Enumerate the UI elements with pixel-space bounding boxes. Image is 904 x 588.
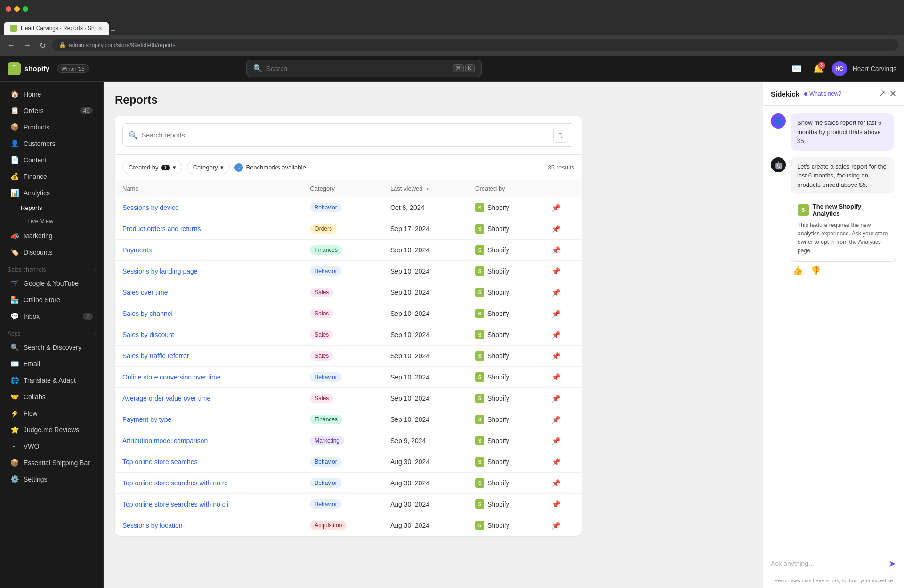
reports-search-input[interactable] (142, 131, 549, 139)
sidebar-item-email[interactable]: ✉️ Email (3, 356, 100, 372)
pin-icon[interactable]: 📌 (551, 331, 561, 339)
report-name[interactable]: Average order value over time (115, 388, 302, 409)
sidebar-item-flow[interactable]: ⚡ Flow (3, 405, 100, 421)
pin-icon[interactable]: 📌 (551, 458, 561, 466)
report-pin[interactable]: 📌 (544, 451, 582, 473)
benchmark-toggle[interactable]: ≈ Benchmarks available (234, 163, 306, 172)
sidebar-item-inbox[interactable]: 💬 Inbox 2 (3, 308, 100, 324)
category-filter[interactable]: Category ▾ (187, 161, 230, 174)
pin-icon[interactable]: 📌 (551, 437, 561, 445)
report-name[interactable]: Sales by channel (115, 303, 302, 324)
report-name[interactable]: Attribution model comparison (115, 430, 302, 451)
minimize-dot[interactable] (14, 6, 20, 12)
global-search-input[interactable] (266, 65, 450, 72)
report-pin[interactable]: 📌 (544, 282, 582, 303)
sidebar-item-marketing[interactable]: 📣 Marketing (3, 228, 100, 244)
report-pin[interactable]: 📌 (544, 473, 582, 494)
report-pin[interactable]: 📌 (544, 388, 582, 409)
report-name[interactable]: Payments (115, 240, 302, 261)
sidebar-item-content[interactable]: 📄 Content (3, 152, 100, 168)
new-tab-button[interactable]: + (111, 26, 116, 35)
table-row[interactable]: Sales by traffic referrer Sales Sep 10, … (115, 346, 582, 367)
sidebar-item-judgeme[interactable]: ⭐ Judge.me Reviews (3, 422, 100, 438)
sidebar-item-products[interactable]: 📦 Products (3, 119, 100, 135)
report-name[interactable]: Top online store searches (115, 451, 302, 473)
sidekick-share-button[interactable]: ⤢ (879, 89, 886, 99)
maximize-dot[interactable] (23, 6, 28, 12)
report-name[interactable]: Sessions by device (115, 197, 302, 218)
pin-icon[interactable]: 📌 (551, 246, 561, 254)
email-button[interactable]: ✉️ (789, 61, 805, 77)
report-name[interactable]: Product orders and returns (115, 218, 302, 240)
whats-new-link[interactable]: What's new? (804, 90, 841, 97)
sidebar-item-live-view[interactable]: Live View (3, 215, 100, 227)
report-pin[interactable]: 📌 (544, 346, 582, 367)
report-name[interactable]: Sales over time (115, 282, 302, 303)
pin-icon[interactable]: 📌 (551, 373, 561, 381)
report-name[interactable]: Sessions by landing page (115, 261, 302, 282)
last-viewed-sort-icon[interactable]: ▼ (425, 186, 430, 192)
report-pin[interactable]: 📌 (544, 409, 582, 430)
table-row[interactable]: Payment by type Finances Sep 10, 2024 S … (115, 409, 582, 430)
table-row[interactable]: Online store conversion over time Behavi… (115, 367, 582, 388)
table-row[interactable]: Payments Finances Sep 10, 2024 S Shopify… (115, 240, 582, 261)
table-row[interactable]: Average order value over time Sales Sep … (115, 388, 582, 409)
pin-icon[interactable]: 📌 (551, 500, 561, 508)
pin-icon[interactable]: 📌 (551, 395, 561, 403)
pin-icon[interactable]: 📌 (551, 310, 561, 318)
sidekick-close-button[interactable]: ✕ (889, 89, 896, 99)
chat-input[interactable] (771, 560, 885, 567)
tab-close-button[interactable]: × (98, 24, 102, 32)
report-pin[interactable]: 📌 (544, 303, 582, 324)
report-pin[interactable]: 📌 (544, 430, 582, 451)
sidebar-item-discounts[interactable]: 🏷️ Discounts (3, 244, 100, 260)
sidebar-item-collabs[interactable]: 🤝 Collabs (3, 389, 100, 405)
table-row[interactable]: Sessions by landing page Behavior Sep 10… (115, 261, 582, 282)
table-row[interactable]: Sales by discount Sales Sep 10, 2024 S S… (115, 324, 582, 346)
sidebar-item-online-store[interactable]: 🏪 Online Store (3, 292, 100, 308)
pin-icon[interactable]: 📌 (551, 352, 561, 360)
report-name[interactable]: Top online store searches with no cli (115, 494, 302, 515)
sidebar-item-shipping[interactable]: 📦 Essential Shipping Bar (3, 455, 100, 471)
table-row[interactable]: Product orders and returns Orders Sep 17… (115, 218, 582, 240)
pin-icon[interactable]: 📌 (551, 267, 561, 275)
pin-icon[interactable]: 📌 (551, 204, 561, 212)
sidebar-item-analytics[interactable]: 📊 Analytics (3, 185, 100, 201)
report-pin[interactable]: 📌 (544, 494, 582, 515)
global-search[interactable]: 🔍 ⌘ K (246, 60, 482, 77)
pin-icon[interactable]: 📌 (551, 522, 561, 530)
pin-icon[interactable]: 📌 (551, 289, 561, 297)
table-row[interactable]: Top online store searches with no cli Be… (115, 494, 582, 515)
sidebar-item-customers[interactable]: 👤 Customers (3, 136, 100, 152)
table-row[interactable]: Sessions by device Behavior Oct 8, 2024 … (115, 197, 582, 218)
sidebar-item-vwo[interactable]: ~ VWO (3, 438, 100, 454)
notifications-button[interactable]: 🔔 3 (810, 61, 826, 77)
refresh-button[interactable]: ↻ (38, 39, 48, 52)
forward-button[interactable]: → (22, 39, 33, 51)
report-pin[interactable]: 📌 (544, 515, 582, 536)
pin-icon[interactable]: 📌 (551, 479, 561, 487)
sidebar-item-reports[interactable]: Reports (3, 201, 100, 214)
thumbs-up-button[interactable]: 👍 (791, 264, 805, 278)
sidebar-item-orders[interactable]: 📋 Orders 46 (3, 103, 100, 119)
sales-channels-expand-icon[interactable]: › (94, 266, 96, 273)
sidebar-item-settings[interactable]: ⚙️ Settings (3, 471, 100, 487)
report-name[interactable]: Top online store searches with no re (115, 473, 302, 494)
sidebar-item-google[interactable]: 🛒 Google & YouTube (3, 275, 100, 291)
pin-icon[interactable]: 📌 (551, 225, 561, 233)
table-row[interactable]: Top online store searches with no re Beh… (115, 473, 582, 494)
table-row[interactable]: Sales over time Sales Sep 10, 2024 S Sho… (115, 282, 582, 303)
sort-button[interactable]: ⇅ (553, 128, 568, 143)
reports-search[interactable]: 🔍 ⇅ (122, 123, 574, 147)
report-name[interactable]: Online store conversion over time (115, 367, 302, 388)
sidebar-item-home[interactable]: 🏠 Home (3, 86, 100, 102)
active-tab[interactable]: Heart Carvings · Reports · Sh × (4, 22, 109, 35)
report-pin[interactable]: 📌 (544, 240, 582, 261)
address-bar[interactable]: 🔒 admin.shopify.com/store/99efc8-0b/repo… (52, 39, 898, 51)
back-button[interactable]: ← (6, 39, 17, 51)
close-dot[interactable] (6, 6, 11, 12)
report-name[interactable]: Payment by type (115, 409, 302, 430)
thumbs-down-button[interactable]: 👎 (808, 264, 823, 278)
report-name[interactable]: Sessions by location (115, 515, 302, 536)
send-button[interactable]: ➤ (888, 558, 896, 569)
